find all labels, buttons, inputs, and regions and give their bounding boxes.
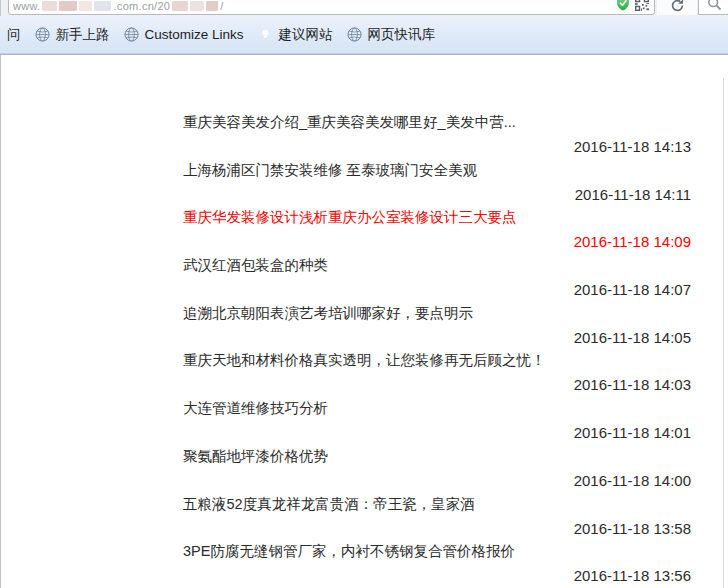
favorites-item[interactable]: Customize Links (118, 16, 252, 53)
redaction-block (94, 1, 111, 11)
article-title-link[interactable]: 五粮液52度真龙祥龙富贵酒：帝王瓷，皇家酒 (183, 495, 691, 513)
article-title-link[interactable]: 追溯北京朝阳表演艺考培训哪家好，要点明示 (183, 304, 691, 322)
article-title-link[interactable]: 3PE防腐无缝钢管厂家，内衬不锈钢复合管价格报价 (183, 542, 691, 560)
lightbulb-icon (258, 27, 273, 42)
redaction-block (172, 1, 188, 11)
favorites-item-label: 新手上路 (56, 26, 110, 44)
redaction-block (42, 1, 57, 11)
article-item: 重庆美容美发介绍_重庆美容美发哪里好_美发中营... 2016-11-18 14… (183, 113, 691, 161)
browser-window: { "colors": { "highlight_red": "#fe0000"… (0, 0, 728, 588)
globe-icon (35, 27, 50, 42)
search-icon (707, 0, 722, 11)
article-title-link[interactable]: 大连管道维修技巧分析 (183, 399, 691, 417)
globe-icon (124, 27, 139, 42)
article-title-link[interactable]: 重庆华发装修设计浅析重庆办公室装修设计三大要点 (183, 208, 691, 226)
favorites-item-label: Customize Links (145, 27, 244, 42)
article-timestamp: 2016-11-18 14:03 (183, 376, 691, 394)
article-title-link[interactable]: 武汉红酒包装盒的种类 (183, 256, 691, 274)
redaction-block (79, 1, 92, 11)
article-item: 五粮液52度真龙祥龙富贵酒：帝王瓷，皇家酒 2016-11-18 13:58 (183, 495, 691, 543)
favorites-item-label: 网页快讯库 (368, 26, 436, 44)
browser-toolbar: www. .com.cn/20 / (0, 0, 728, 16)
article-timestamp: 2016-11-18 14:13 (183, 138, 691, 156)
favorites-item-label: 建议网站 (279, 26, 333, 44)
article-timestamp: 2016-11-18 14:05 (183, 329, 691, 347)
article-item: 重庆华发装修设计浅析重庆办公室装修设计三大要点 2016-11-18 14:09 (183, 208, 691, 256)
redaction-block (190, 1, 204, 11)
article-item: 追溯北京朝阳表演艺考培训哪家好，要点明示 2016-11-18 14:05 (183, 304, 691, 352)
article-timestamp: 2016-11-18 14:00 (183, 472, 691, 490)
article-timestamp: 2016-11-18 13:56 (183, 567, 691, 585)
favorites-item[interactable]: 新手上路 (29, 16, 118, 53)
address-bar-icons (616, 0, 649, 11)
article-timestamp: 2016-11-18 13:58 (183, 520, 691, 538)
article-item: 武汉红酒包装盒的种类 2016-11-18 14:07 (183, 256, 691, 304)
favorites-item[interactable]: 建议网站 (252, 16, 341, 53)
article-item: 大连管道维修技巧分析 2016-11-18 14:01 (183, 399, 691, 447)
favorites-item[interactable]: 网页快讯库 (341, 16, 444, 53)
search-box[interactable] (698, 0, 728, 15)
article-timestamp: 2016-11-18 14:07 (183, 281, 691, 299)
favorites-item[interactable]: 问 (1, 16, 29, 53)
refresh-button[interactable] (657, 0, 697, 15)
article-timestamp: 2016-11-18 14:11 (183, 186, 691, 204)
redaction-block (206, 1, 218, 11)
qr-code-icon[interactable] (635, 0, 649, 11)
scrollbar-edge[interactable] (723, 78, 724, 588)
address-bar[interactable]: www. .com.cn/20 / (8, 0, 655, 15)
page-content: 重庆美容美发介绍_重庆美容美发哪里好_美发中营... 2016-11-18 14… (0, 54, 728, 588)
url-prefix: www. (13, 0, 40, 12)
article-item: 聚氨酯地坪漆价格优势 2016-11-18 14:00 (183, 447, 691, 495)
favorites-bar: 问 (0, 16, 728, 54)
article-item: 3PE防腐无缝钢管厂家，内衬不锈钢复合管价格报价 2016-11-18 13:5… (183, 542, 691, 588)
favorites-item-label: 问 (7, 26, 21, 44)
article-title-link[interactable]: 聚氨酯地坪漆价格优势 (183, 447, 691, 465)
security-shield-icon[interactable] (616, 0, 630, 11)
url-suffix: / (220, 0, 223, 12)
article-list: 重庆美容美发介绍_重庆美容美发哪里好_美发中营... 2016-11-18 14… (183, 113, 691, 588)
url-text: www. .com.cn/20 / (13, 0, 224, 12)
url-mid: .com.cn/20 (113, 0, 170, 12)
article-title-link[interactable]: 重庆美容美发介绍_重庆美容美发哪里好_美发中营... (183, 113, 691, 131)
refresh-icon (670, 0, 685, 13)
article-timestamp: 2016-11-18 14:01 (183, 424, 691, 442)
article-item: 上海杨浦区门禁安装维修 至泰玻璃门安全美观 2016-11-18 14:11 (183, 161, 691, 209)
article-item: 重庆天地和材料价格真实透明，让您装修再无后顾之忧！ 2016-11-18 14:… (183, 351, 691, 399)
article-timestamp: 2016-11-18 14:09 (183, 233, 691, 251)
article-title-link[interactable]: 重庆天地和材料价格真实透明，让您装修再无后顾之忧！ (183, 351, 691, 369)
article-title-link[interactable]: 上海杨浦区门禁安装维修 至泰玻璃门安全美观 (183, 161, 691, 179)
redaction-block (59, 1, 77, 11)
globe-icon (347, 27, 362, 42)
